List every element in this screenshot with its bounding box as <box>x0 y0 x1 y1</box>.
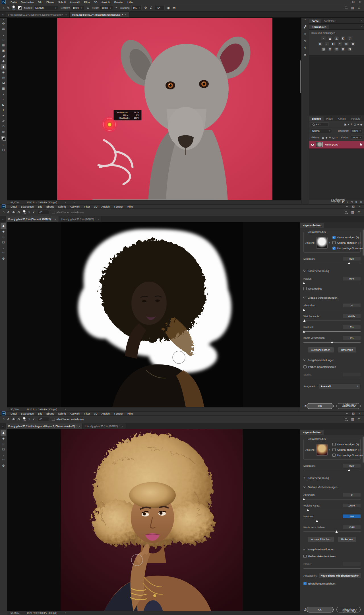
menu-datei[interactable]: Datei <box>9 412 19 415</box>
tool-lasso[interactable]: ◟ <box>1 452 6 457</box>
tab-pfade[interactable]: Pfade <box>324 116 336 121</box>
pixel-layer-filter-icon[interactable]: ▣ <box>344 123 346 126</box>
weiche-kante-slider-track[interactable] <box>303 321 361 321</box>
menu-3d[interactable]: 3D <box>92 412 99 415</box>
ok-button[interactable]: OK <box>307 403 334 409</box>
filter-toggle-icon[interactable]: ◉ <box>360 123 362 126</box>
search-icon[interactable] <box>345 418 347 421</box>
panel-collapse-icon[interactable]: » <box>0 13 6 16</box>
panel-menu-icon[interactable]: ≡ <box>359 19 364 22</box>
brush-angle-field[interactable]: 0° <box>38 210 49 214</box>
menu-hilfe[interactable]: Hilfe <box>125 205 135 208</box>
tab-verläufe[interactable]: Verläufe <box>348 116 363 121</box>
levels-icon[interactable]: ▄ <box>328 36 332 40</box>
angle-icon[interactable]: ∠ <box>150 6 152 9</box>
add-layer-mask-icon[interactable]: ◧ <box>342 201 344 203</box>
deckkraft-value[interactable]: 80% <box>343 464 361 468</box>
menu-fenster[interactable]: Fenster <box>112 412 125 415</box>
abrunden-value[interactable]: 0 <box>343 493 361 497</box>
share-icon[interactable]: ↥ <box>358 211 360 214</box>
panel-scrollbar[interactable] <box>363 436 364 463</box>
workspace-switcher-icon[interactable]: ▥ <box>351 418 354 421</box>
kontrast-value[interactable]: 0% <box>343 325 361 329</box>
tool-zoom[interactable]: ◍ <box>1 463 6 468</box>
menu-bearbeiten[interactable]: Bearbeiten <box>19 1 36 4</box>
airbrush-icon[interactable]: ≈ <box>115 6 117 9</box>
document-tab[interactable]: Hund.jpg bei 88,7% (Maskierungsmodus/8) … <box>70 12 129 17</box>
add-to-selection-icon[interactable]: ⊕ <box>12 418 15 421</box>
smoothing-options-gear-icon[interactable]: ⚙ <box>144 6 147 9</box>
workspace-switcher-icon[interactable]: ▥ <box>351 6 354 9</box>
menu-3d[interactable]: 3D <box>92 1 99 4</box>
abrunden-slider-track[interactable] <box>303 499 361 499</box>
tool-blur[interactable]: ◒ <box>1 91 6 97</box>
tool-healing-brush[interactable]: ✚ <box>1 59 6 64</box>
option-value-box[interactable]: -5° <box>155 6 165 10</box>
hue-saturation-icon[interactable]: ▤ <box>318 42 322 46</box>
menu-bild[interactable]: Bild <box>36 1 44 4</box>
panel-scrollbar[interactable] <box>363 229 364 256</box>
lock-position-icon[interactable]: ✛ <box>329 136 331 139</box>
slider-thumb[interactable] <box>303 498 305 500</box>
tool-frame[interactable]: ▣ <box>1 48 6 53</box>
tool-brush[interactable]: ◇ <box>1 441 6 446</box>
invert-icon[interactable]: ◪ <box>321 47 326 51</box>
tab-farbfelder[interactable]: Farbfelder <box>321 19 338 23</box>
horizontal-scrollbar[interactable] <box>92 199 215 200</box>
tool-quick-selection[interactable]: ◇ <box>1 37 6 42</box>
blend-mode-select[interactable]: Normal ∨ <box>311 129 332 133</box>
new-layer-icon[interactable]: ⊞ <box>355 201 357 203</box>
adjustment-layer-filter-icon[interactable]: ◐ <box>348 123 349 126</box>
ausgabe-in-select[interactable]: Neue Ebene mit Ebenenmaske∨ <box>319 573 361 578</box>
umkehren-button[interactable]: Umkehren <box>338 347 357 352</box>
close-icon[interactable]: × <box>359 1 361 3</box>
status-arrow-icon[interactable]: › <box>65 201 66 204</box>
radius-slider-track[interactable] <box>303 283 361 283</box>
black-white-icon[interactable]: ◧ <box>331 42 336 46</box>
tool-zoom[interactable]: ◍ <box>1 256 6 261</box>
color-lookup-icon[interactable]: ▦ <box>351 42 355 46</box>
menu-ansicht[interactable]: Ansicht <box>100 205 112 208</box>
menu-ansicht[interactable]: Ansicht <box>100 1 112 4</box>
tool-object-selection[interactable]: ▢ <box>1 239 6 245</box>
deckkraft-slider-track[interactable] <box>303 470 361 470</box>
document-tab[interactable]: Hund.jpg bei 50,1% (RGB/8) *× <box>83 423 126 429</box>
tool-pen[interactable]: ◣ <box>1 102 6 107</box>
tool-brush[interactable]: ◇ <box>1 234 6 239</box>
menu-3d[interactable]: 3D <box>92 205 99 208</box>
panel-collapse-icon[interactable]: » <box>0 425 6 427</box>
menu-fenster[interactable]: Fenster <box>112 1 125 4</box>
menu-schrift[interactable]: Schrift <box>56 1 68 4</box>
kontrast-value[interactable]: 24% <box>343 514 361 518</box>
brush-preset-picker[interactable]: 150 <box>12 5 15 11</box>
symmetry-icon[interactable]: ⋈ <box>172 6 175 9</box>
selective-color-icon[interactable]: ◨ <box>348 47 352 51</box>
menu-bild[interactable]: Bild <box>36 205 44 208</box>
document-tab[interactable]: Frau.jpg bei 50,1% (Ebene 0, Ebenenmaske… <box>6 12 70 17</box>
photo-filter-icon[interactable]: ◓ <box>338 42 342 46</box>
brush-preset-picker[interactable]: 180 <box>22 210 26 215</box>
tool-type[interactable]: T <box>1 107 6 113</box>
close-tab-icon[interactable]: × <box>65 13 67 16</box>
checkbox-kante-anzeigen-j[interactable]: ✓Kante anzeigen (J) <box>332 236 363 239</box>
kante-verschieben-value[interactable]: +16% <box>343 525 361 529</box>
close-tab-icon[interactable]: × <box>121 425 123 428</box>
quick-selection-tool-icon[interactable]: ✐ <box>7 418 10 421</box>
checkbox-farben-dekontaminieren[interactable]: Farben dekontaminieren <box>303 365 361 368</box>
subtract-from-selection-icon[interactable]: ⊖ <box>17 211 20 214</box>
screen-mode-button[interactable]: ▢ <box>1 147 6 153</box>
checkbox-original-anzeigen-p[interactable]: Original anzeigen (P) <box>332 241 363 244</box>
auswahl-löschen-button[interactable]: Auswahl löschen <box>308 537 334 542</box>
zoom-level[interactable]: 50,05% <box>11 612 19 614</box>
tab-eigenschaften[interactable]: Eigenschaften <box>300 430 324 435</box>
kontrast-slider-track[interactable] <box>303 521 361 521</box>
weiche-kante-slider-track[interactable] <box>303 510 361 510</box>
channel-mixer-icon[interactable]: ◍ <box>344 42 349 46</box>
checkbox-original-anzeigen-p[interactable]: Original anzeigen (P) <box>332 448 363 451</box>
close-tab-icon[interactable]: × <box>55 218 56 221</box>
menu-filter[interactable]: Filter <box>82 205 92 208</box>
document-tab[interactable]: Frau.jpg bei 50,1% (Ebene 0, RGB/8) *× <box>6 216 59 222</box>
kontrast-slider-track[interactable] <box>303 331 361 332</box>
photoshop-app-icon[interactable]: Ps <box>2 411 6 415</box>
tab-eigenschaften[interactable]: Eigenschaften <box>300 223 324 228</box>
